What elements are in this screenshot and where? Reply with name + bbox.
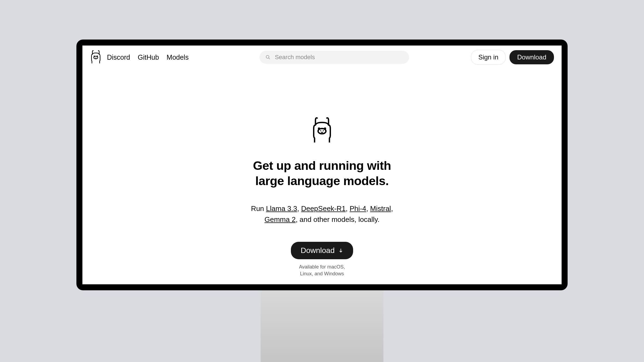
screen-content: Discord GitHub Models Sign in Download <box>82 46 562 284</box>
subtitle-suffix: , and other models, locally. <box>296 215 379 224</box>
svg-line-6 <box>269 58 270 59</box>
signin-button[interactable]: Sign in <box>471 50 506 65</box>
svg-point-2 <box>94 56 98 59</box>
svg-point-9 <box>318 129 326 134</box>
download-button-main[interactable]: Download <box>291 242 353 259</box>
svg-point-4 <box>96 57 97 58</box>
svg-point-3 <box>95 57 96 58</box>
download-button-header[interactable]: Download <box>509 50 554 64</box>
nav-discord[interactable]: Discord <box>107 53 130 61</box>
download-arrow-icon <box>338 248 343 253</box>
availability-text: Available for macOS, Linux, and Windows <box>299 264 345 277</box>
logo-link[interactable] <box>90 49 102 65</box>
ollama-logo-icon <box>90 49 102 64</box>
monitor-stand <box>261 290 383 362</box>
svg-point-11 <box>323 130 324 131</box>
search-container <box>260 51 409 64</box>
subtitle-prefix: Run <box>251 204 266 213</box>
header: Discord GitHub Models Sign in Download <box>82 46 562 69</box>
nav-links: Discord GitHub Models <box>107 53 189 61</box>
hero-subtitle: Run Llama 3.3, DeepSeek-R1, Phi-4, Mistr… <box>248 203 396 225</box>
nav-github[interactable]: GitHub <box>138 53 159 61</box>
svg-point-10 <box>320 130 321 131</box>
header-actions: Sign in Download <box>471 50 554 65</box>
monitor-frame: Discord GitHub Models Sign in Download <box>76 40 568 290</box>
search-icon <box>266 55 270 60</box>
hero-logo <box>311 115 333 145</box>
search-input[interactable] <box>260 51 409 64</box>
hero-title: Get up and running with large language m… <box>246 158 398 189</box>
model-link-phi[interactable]: Phi-4 <box>350 204 366 213</box>
nav-models[interactable]: Models <box>167 53 189 61</box>
download-label: Download <box>301 246 335 255</box>
svg-point-5 <box>266 55 269 58</box>
ollama-logo-large-icon <box>311 115 333 144</box>
hero-section: Get up and running with large language m… <box>82 69 562 277</box>
model-link-llama[interactable]: Llama 3.3 <box>266 204 297 213</box>
model-link-mistral[interactable]: Mistral <box>370 204 391 213</box>
model-link-gemma[interactable]: Gemma 2 <box>264 215 296 224</box>
model-link-deepseek[interactable]: DeepSeek-R1 <box>301 204 345 213</box>
